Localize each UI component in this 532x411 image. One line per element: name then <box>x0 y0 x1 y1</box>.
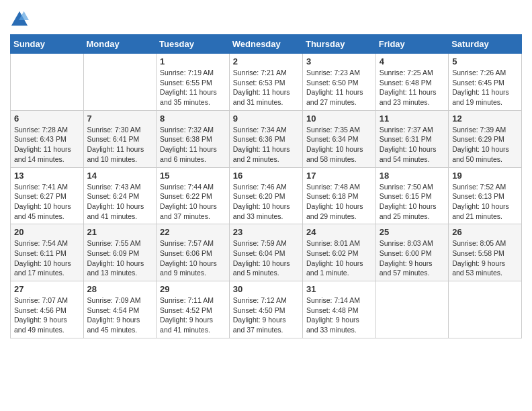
day-info: Sunrise: 8:01 AM Sunset: 6:02 PM Dayligh… <box>306 238 372 278</box>
col-header-monday: Monday <box>83 35 157 54</box>
day-cell: 3Sunrise: 7:23 AM Sunset: 6:50 PM Daylig… <box>302 54 375 111</box>
day-number: 25 <box>380 227 445 237</box>
day-cell: 17Sunrise: 7:48 AM Sunset: 6:18 PM Dayli… <box>302 167 375 224</box>
day-number: 29 <box>160 284 226 294</box>
day-info: Sunrise: 7:46 AM Sunset: 6:20 PM Dayligh… <box>233 182 299 222</box>
day-info: Sunrise: 7:21 AM Sunset: 6:53 PM Dayligh… <box>233 68 299 107</box>
day-number: 6 <box>14 113 80 124</box>
day-number: 23 <box>233 227 299 237</box>
col-header-saturday: Saturday <box>449 35 522 54</box>
calendar-header-row: SundayMondayTuesdayWednesdayThursdayFrid… <box>11 35 522 54</box>
day-cell: 9Sunrise: 7:34 AM Sunset: 6:36 PM Daylig… <box>229 110 302 167</box>
day-number: 8 <box>160 113 226 124</box>
day-number: 9 <box>233 113 299 124</box>
day-cell: 12Sunrise: 7:39 AM Sunset: 6:29 PM Dayli… <box>449 110 522 167</box>
day-info: Sunrise: 7:43 AM Sunset: 6:24 PM Dayligh… <box>87 182 153 222</box>
day-cell: 22Sunrise: 7:57 AM Sunset: 6:06 PM Dayli… <box>157 224 230 281</box>
day-cell: 11Sunrise: 7:37 AM Sunset: 6:31 PM Dayli… <box>375 110 448 167</box>
day-info: Sunrise: 7:14 AM Sunset: 4:48 PM Dayligh… <box>306 295 372 335</box>
day-number: 21 <box>87 227 153 237</box>
day-info: Sunrise: 8:03 AM Sunset: 6:00 PM Dayligh… <box>380 238 445 278</box>
day-info: Sunrise: 7:09 AM Sunset: 4:54 PM Dayligh… <box>87 295 153 335</box>
day-number: 2 <box>233 56 299 66</box>
day-info: Sunrise: 7:44 AM Sunset: 6:22 PM Dayligh… <box>160 182 226 222</box>
day-number: 24 <box>306 227 372 237</box>
logo-icon <box>10 10 29 29</box>
day-number: 1 <box>160 56 226 66</box>
day-cell: 8Sunrise: 7:32 AM Sunset: 6:38 PM Daylig… <box>157 110 230 167</box>
day-info: Sunrise: 7:54 AM Sunset: 6:11 PM Dayligh… <box>14 238 80 278</box>
day-number: 5 <box>452 56 518 66</box>
day-cell: 18Sunrise: 7:50 AM Sunset: 6:15 PM Dayli… <box>375 167 448 224</box>
day-number: 11 <box>380 113 445 124</box>
day-info: Sunrise: 7:28 AM Sunset: 6:43 PM Dayligh… <box>14 125 80 165</box>
day-number: 26 <box>452 227 518 237</box>
day-info: Sunrise: 7:50 AM Sunset: 6:15 PM Dayligh… <box>380 182 445 222</box>
week-row-5: 27Sunrise: 7:07 AM Sunset: 4:56 PM Dayli… <box>11 281 522 338</box>
week-row-4: 20Sunrise: 7:54 AM Sunset: 6:11 PM Dayli… <box>11 224 522 281</box>
day-info: Sunrise: 7:11 AM Sunset: 4:52 PM Dayligh… <box>160 295 226 335</box>
header <box>10 7 522 29</box>
day-cell: 1Sunrise: 7:19 AM Sunset: 6:55 PM Daylig… <box>157 54 230 111</box>
day-info: Sunrise: 7:34 AM Sunset: 6:36 PM Dayligh… <box>233 125 299 165</box>
col-header-tuesday: Tuesday <box>157 35 230 54</box>
day-cell: 23Sunrise: 7:59 AM Sunset: 6:04 PM Dayli… <box>229 224 302 281</box>
day-number: 16 <box>233 171 299 181</box>
day-cell: 29Sunrise: 7:11 AM Sunset: 4:52 PM Dayli… <box>157 281 230 338</box>
day-cell: 16Sunrise: 7:46 AM Sunset: 6:20 PM Dayli… <box>229 167 302 224</box>
day-cell: 24Sunrise: 8:01 AM Sunset: 6:02 PM Dayli… <box>302 224 375 281</box>
day-cell: 2Sunrise: 7:21 AM Sunset: 6:53 PM Daylig… <box>229 54 302 111</box>
day-cell: 19Sunrise: 7:52 AM Sunset: 6:13 PM Dayli… <box>449 167 522 224</box>
week-row-1: 1Sunrise: 7:19 AM Sunset: 6:55 PM Daylig… <box>11 54 522 111</box>
day-number: 17 <box>306 171 372 181</box>
day-number: 28 <box>87 284 153 294</box>
day-number: 19 <box>452 171 518 181</box>
page: SundayMondayTuesdayWednesdayThursdayFrid… <box>0 0 532 411</box>
day-cell: 10Sunrise: 7:35 AM Sunset: 6:34 PM Dayli… <box>302 110 375 167</box>
day-info: Sunrise: 7:19 AM Sunset: 6:55 PM Dayligh… <box>160 68 226 107</box>
col-header-wednesday: Wednesday <box>229 35 302 54</box>
day-cell: 26Sunrise: 8:05 AM Sunset: 5:58 PM Dayli… <box>449 224 522 281</box>
day-cell: 20Sunrise: 7:54 AM Sunset: 6:11 PM Dayli… <box>11 224 84 281</box>
day-cell: 28Sunrise: 7:09 AM Sunset: 4:54 PM Dayli… <box>83 281 157 338</box>
day-number: 27 <box>14 284 80 294</box>
day-info: Sunrise: 7:37 AM Sunset: 6:31 PM Dayligh… <box>380 125 445 165</box>
day-info: Sunrise: 7:35 AM Sunset: 6:34 PM Dayligh… <box>306 125 372 165</box>
day-cell <box>11 54 84 111</box>
day-cell <box>449 281 522 338</box>
day-info: Sunrise: 7:23 AM Sunset: 6:50 PM Dayligh… <box>306 68 372 107</box>
day-number: 7 <box>87 113 153 124</box>
col-header-thursday: Thursday <box>302 35 375 54</box>
day-cell: 13Sunrise: 7:41 AM Sunset: 6:27 PM Dayli… <box>11 167 84 224</box>
day-number: 20 <box>14 227 80 237</box>
day-cell: 30Sunrise: 7:12 AM Sunset: 4:50 PM Dayli… <box>229 281 302 338</box>
day-number: 13 <box>14 171 80 181</box>
day-info: Sunrise: 7:57 AM Sunset: 6:06 PM Dayligh… <box>160 238 226 278</box>
day-number: 4 <box>380 56 445 66</box>
day-info: Sunrise: 8:05 AM Sunset: 5:58 PM Dayligh… <box>452 238 518 278</box>
day-info: Sunrise: 7:48 AM Sunset: 6:18 PM Dayligh… <box>306 182 372 222</box>
day-number: 14 <box>87 171 153 181</box>
col-header-friday: Friday <box>375 35 448 54</box>
day-cell: 31Sunrise: 7:14 AM Sunset: 4:48 PM Dayli… <box>302 281 375 338</box>
day-info: Sunrise: 7:59 AM Sunset: 6:04 PM Dayligh… <box>233 238 299 278</box>
day-cell: 7Sunrise: 7:30 AM Sunset: 6:41 PM Daylig… <box>83 110 157 167</box>
day-info: Sunrise: 7:26 AM Sunset: 6:45 PM Dayligh… <box>452 68 518 107</box>
week-row-3: 13Sunrise: 7:41 AM Sunset: 6:27 PM Dayli… <box>11 167 522 224</box>
day-info: Sunrise: 7:07 AM Sunset: 4:56 PM Dayligh… <box>14 295 80 335</box>
day-info: Sunrise: 7:25 AM Sunset: 6:48 PM Dayligh… <box>380 68 445 107</box>
day-cell: 25Sunrise: 8:03 AM Sunset: 6:00 PM Dayli… <box>375 224 448 281</box>
day-cell: 5Sunrise: 7:26 AM Sunset: 6:45 PM Daylig… <box>449 54 522 111</box>
day-number: 22 <box>160 227 226 237</box>
day-cell: 27Sunrise: 7:07 AM Sunset: 4:56 PM Dayli… <box>11 281 84 338</box>
day-info: Sunrise: 7:41 AM Sunset: 6:27 PM Dayligh… <box>14 182 80 222</box>
day-info: Sunrise: 7:55 AM Sunset: 6:09 PM Dayligh… <box>87 238 153 278</box>
day-info: Sunrise: 7:30 AM Sunset: 6:41 PM Dayligh… <box>87 125 153 165</box>
day-number: 12 <box>452 113 518 124</box>
day-number: 31 <box>306 284 372 294</box>
day-number: 3 <box>306 56 372 66</box>
day-cell: 15Sunrise: 7:44 AM Sunset: 6:22 PM Dayli… <box>157 167 230 224</box>
week-row-2: 6Sunrise: 7:28 AM Sunset: 6:43 PM Daylig… <box>11 110 522 167</box>
day-number: 10 <box>306 113 372 124</box>
calendar-table: SundayMondayTuesdayWednesdayThursdayFrid… <box>10 34 522 338</box>
